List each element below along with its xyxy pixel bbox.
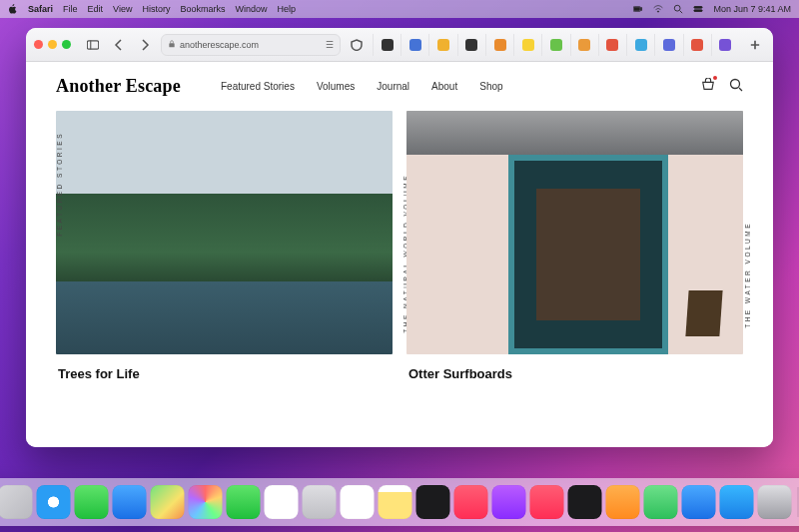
story-image	[406, 111, 743, 354]
svg-rect-6	[694, 7, 702, 9]
background-tab[interactable]	[626, 34, 654, 56]
close-window-button[interactable]	[34, 40, 43, 49]
nav-journal[interactable]: Journal	[377, 81, 409, 92]
nav-featured[interactable]: Featured Stories	[221, 81, 295, 92]
menu-bookmarks[interactable]: Bookmarks	[180, 4, 225, 14]
background-tab[interactable]	[654, 34, 682, 56]
battery-icon[interactable]	[633, 4, 643, 14]
back-button[interactable]	[109, 35, 129, 55]
dock-separator	[798, 487, 799, 517]
background-tab[interactable]	[428, 34, 456, 56]
tab-strip	[373, 34, 739, 56]
story-card-otter[interactable]: Otter Surfboards	[406, 111, 743, 393]
dock-app-stocks[interactable]	[568, 485, 602, 519]
safari-window: anotherescape.com ☰ Another Escape Featu…	[26, 28, 773, 447]
background-tab[interactable]	[513, 34, 541, 56]
new-tab-button[interactable]	[745, 35, 765, 55]
privacy-report-button[interactable]	[347, 35, 367, 55]
dock-app-music[interactable]	[454, 485, 488, 519]
dock-app-contacts[interactable]	[303, 485, 337, 519]
svg-line-14	[739, 88, 742, 91]
menubar-app[interactable]: Safari	[28, 4, 53, 14]
background-tab[interactable]	[598, 34, 626, 56]
svg-rect-10	[169, 43, 174, 47]
tab-favicon	[550, 39, 562, 51]
background-tab[interactable]	[683, 34, 711, 56]
dock-app-tv[interactable]	[416, 485, 450, 519]
zoom-window-button[interactable]	[62, 40, 71, 49]
svg-point-3	[658, 11, 659, 12]
dock-app-appstore[interactable]	[720, 485, 754, 519]
dock-app-mail[interactable]	[113, 485, 147, 519]
cart-button[interactable]	[701, 78, 715, 92]
story-title: Trees for Life	[56, 354, 393, 393]
control-center-icon[interactable]	[693, 4, 703, 14]
volume-label-2: THE WATER VOLUME	[744, 216, 751, 334]
dock-app-books[interactable]	[606, 485, 640, 519]
dock-app-calendar[interactable]	[265, 485, 299, 519]
site-search-button[interactable]	[729, 78, 743, 96]
dock-app-notes[interactable]	[379, 485, 412, 519]
dock-app-messages[interactable]	[75, 485, 109, 519]
sidebar-toggle-button[interactable]	[83, 35, 103, 55]
svg-rect-7	[694, 10, 702, 12]
tab-favicon	[663, 39, 675, 51]
dock-app-reminders[interactable]	[341, 485, 375, 519]
dock-app-launchpad[interactable]	[0, 485, 33, 519]
menu-history[interactable]: History	[142, 4, 170, 14]
tab-favicon	[437, 39, 449, 51]
menu-help[interactable]: Help	[277, 4, 296, 14]
nav-volumes[interactable]: Volumes	[317, 81, 355, 92]
svg-point-4	[675, 5, 681, 11]
url-bar[interactable]: anotherescape.com ☰	[161, 34, 341, 56]
menubar-clock[interactable]: Mon Jun 7 9:41 AM	[713, 4, 791, 14]
svg-point-13	[731, 79, 740, 88]
dock-app-news[interactable]	[530, 485, 564, 519]
wifi-icon[interactable]	[653, 4, 663, 14]
menu-window[interactable]: Window	[235, 4, 267, 14]
safari-toolbar: anotherescape.com ☰	[26, 28, 773, 62]
tab-favicon	[578, 39, 590, 51]
background-tab[interactable]	[373, 34, 400, 56]
spotlight-icon[interactable]	[673, 4, 683, 14]
tab-favicon	[606, 39, 618, 51]
svg-rect-2	[641, 8, 642, 11]
tab-favicon	[635, 39, 647, 51]
dock-app-maps[interactable]	[151, 485, 185, 519]
background-tab[interactable]	[541, 34, 569, 56]
tab-favicon	[719, 39, 731, 51]
svg-line-5	[680, 11, 683, 14]
background-tab[interactable]	[570, 34, 598, 56]
tab-favicon	[382, 39, 394, 51]
background-tab[interactable]	[711, 34, 739, 56]
lock-icon	[168, 40, 176, 50]
dock-app-settings[interactable]	[758, 485, 792, 519]
menu-edit[interactable]: Edit	[88, 4, 104, 14]
dock-app-podcasts[interactable]	[492, 485, 526, 519]
tab-favicon	[465, 39, 477, 51]
minimize-window-button[interactable]	[48, 40, 57, 49]
apple-menu-icon[interactable]	[8, 4, 18, 14]
background-tab[interactable]	[485, 34, 513, 56]
svg-rect-1	[634, 7, 640, 10]
menu-file[interactable]: File	[63, 4, 78, 14]
background-tab[interactable]	[400, 34, 428, 56]
reader-icon[interactable]: ☰	[326, 40, 334, 50]
tab-favicon	[409, 39, 421, 51]
background-tab[interactable]	[457, 34, 485, 56]
story-card-trees[interactable]: Trees for Life	[56, 111, 393, 393]
dock-app-numbers[interactable]	[644, 485, 678, 519]
forward-button[interactable]	[135, 35, 155, 55]
dock-app-photos[interactable]	[189, 485, 223, 519]
dock-app-safari[interactable]	[37, 485, 71, 519]
dock-app-keynote[interactable]	[682, 485, 716, 519]
nav-shop[interactable]: Shop	[479, 81, 502, 92]
site-logo[interactable]: Another Escape	[56, 76, 181, 97]
menu-view[interactable]: View	[113, 4, 132, 14]
story-image	[56, 111, 393, 354]
dock-app-facetime[interactable]	[227, 485, 261, 519]
tab-favicon	[691, 39, 703, 51]
nav-about[interactable]: About	[431, 81, 457, 92]
featured-stories-label: FEATURED STORIES	[56, 126, 63, 243]
svg-rect-8	[87, 40, 98, 48]
